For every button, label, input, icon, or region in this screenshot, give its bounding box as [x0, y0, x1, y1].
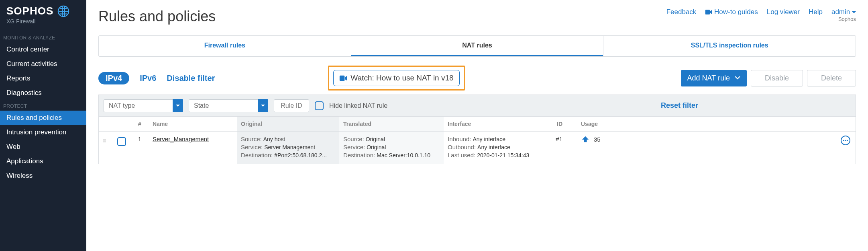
sidebar-section-monitor: MONITOR & ANALYZE [0, 32, 86, 42]
sidebar-item-web[interactable]: Web [0, 140, 86, 154]
svg-rect-2 [340, 75, 345, 80]
brand-name: SOPHOS [6, 5, 53, 17]
ipv4-toggle[interactable]: IPv4 [98, 72, 129, 84]
sidebar-section-protect: PROTECT [0, 100, 86, 111]
row-checkbox[interactable] [117, 137, 126, 146]
chevron-down-icon[interactable] [173, 99, 183, 112]
watch-highlight-box: Watch: How to use NAT in v18 [328, 66, 465, 91]
watch-nat-video-button[interactable]: Watch: How to use NAT in v18 [333, 70, 459, 86]
video-icon [339, 75, 347, 81]
hide-linked-checkbox[interactable] [315, 101, 324, 110]
row-menu-button[interactable]: ••• [841, 136, 850, 145]
cell-id: #1 [546, 132, 566, 164]
sidebar: SOPHOS XG Firewall MONITOR & ANALYZE Con… [0, 0, 86, 251]
tab-ssl-tls[interactable]: SSL/TLS inspection rules [603, 36, 856, 56]
chevron-down-icon [735, 76, 740, 80]
feedback-link[interactable]: Feedback [666, 8, 697, 16]
table-row: ≡ 1 Server_Management Source:Any host Se… [98, 132, 856, 164]
th-original: Original [237, 117, 339, 131]
sidebar-item-current-activities[interactable]: Current activities [0, 57, 86, 71]
th-translated: Translated [339, 117, 444, 131]
sidebar-item-diagnostics[interactable]: Diagnostics [0, 86, 86, 100]
drag-handle-icon[interactable]: ≡ [99, 132, 113, 164]
video-icon [705, 9, 712, 15]
reset-filter-link[interactable]: Reset filter [661, 101, 698, 110]
tabs: Firewall rules NAT rules SSL/TLS inspect… [98, 35, 856, 57]
chevron-down-icon [852, 11, 856, 14]
sidebar-item-wireless[interactable]: Wireless [0, 169, 86, 183]
tab-nat-rules[interactable]: NAT rules [351, 36, 603, 56]
globe-icon [57, 5, 69, 17]
usage-icon [581, 136, 590, 143]
sidebar-item-rules-policies[interactable]: Rules and policies [0, 111, 86, 125]
sidebar-item-control-center[interactable]: Control center [0, 42, 86, 57]
page-title: Rules and policies [98, 8, 666, 25]
filter-bar: NAT type State Hide linked NAT rule Rese… [98, 95, 856, 117]
sidebar-item-intrusion-prevention[interactable]: Intrusion prevention [0, 125, 86, 140]
tab-firewall-rules[interactable]: Firewall rules [99, 36, 351, 56]
admin-menu[interactable]: admin Sophos [831, 8, 856, 22]
th-number: # [131, 117, 149, 131]
th-id: ID [546, 117, 566, 131]
cell-interface: Inbound:Any interface Outbound:Any inter… [444, 132, 546, 164]
delete-button[interactable]: Delete [807, 70, 856, 86]
row-number: 1 [131, 132, 149, 164]
disable-filter-link[interactable]: Disable filter [167, 74, 215, 83]
nat-type-select[interactable]: NAT type [104, 99, 183, 112]
ipv6-toggle[interactable]: IPv6 [140, 74, 156, 83]
rule-name-link[interactable]: Server_Management [153, 136, 209, 142]
usage-count: 35 [594, 136, 601, 143]
state-select[interactable]: State [189, 99, 268, 112]
cell-original: Source:Any host Service:Server Managemen… [237, 132, 339, 164]
cell-translated: Source:Original Service:Original Destina… [339, 132, 444, 164]
th-usage: Usage [566, 117, 835, 131]
add-nat-rule-button[interactable]: Add NAT rule [681, 70, 747, 86]
sidebar-item-applications[interactable]: Applications [0, 154, 86, 169]
brand-sub: XG Firewall [0, 18, 86, 32]
rule-id-input[interactable] [274, 99, 309, 112]
brand: SOPHOS [0, 0, 86, 18]
hide-linked-label: Hide linked NAT rule [329, 102, 387, 109]
help-link[interactable]: Help [809, 8, 823, 16]
table-header: # Name Original Translated Interface ID … [98, 117, 856, 132]
th-name: Name [149, 117, 237, 131]
log-viewer-link[interactable]: Log viewer [767, 8, 800, 16]
howto-guides-link[interactable]: How-to guides [705, 8, 758, 16]
svg-rect-1 [705, 10, 710, 14]
chevron-down-icon[interactable] [258, 99, 268, 112]
disable-button[interactable]: Disable [751, 70, 803, 86]
sidebar-item-reports[interactable]: Reports [0, 71, 86, 86]
th-interface: Interface [444, 117, 546, 131]
